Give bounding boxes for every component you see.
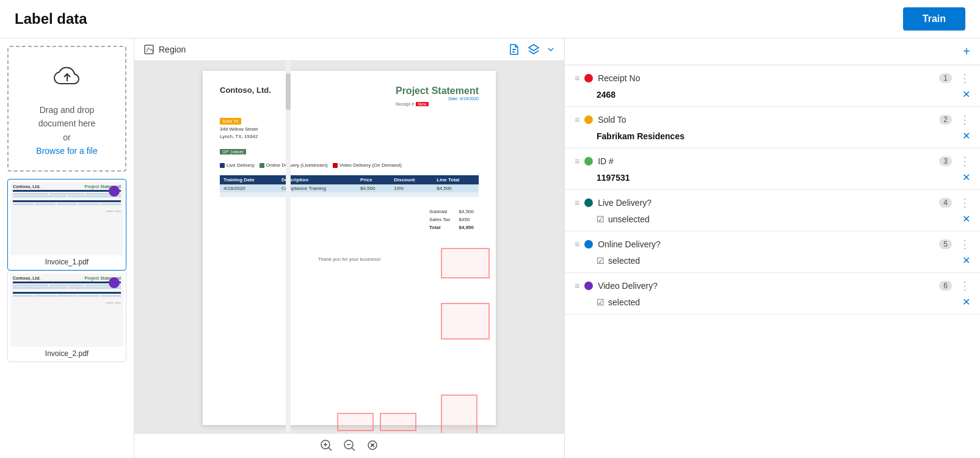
document-tag-icon[interactable] bbox=[508, 43, 520, 56]
drag-handle-icon[interactable]: ≡ bbox=[575, 73, 579, 83]
label-value-text: unselected bbox=[608, 214, 650, 224]
invoice-header: Contoso, Ltd. Project Statement Date: 4/… bbox=[220, 85, 479, 107]
svg-point-12 bbox=[371, 444, 374, 446]
label-delete-button[interactable]: ✕ bbox=[962, 89, 970, 100]
train-button[interactable]: Train bbox=[903, 7, 965, 31]
file-name: Invoice_2.pdf bbox=[10, 347, 123, 359]
label-name: Video Delivery? bbox=[598, 281, 934, 291]
company-name: Contoso, Ltd. bbox=[220, 85, 271, 95]
region-icon bbox=[144, 45, 154, 54]
label-count: 6 bbox=[939, 281, 952, 291]
live-delivery-checkbox bbox=[220, 163, 225, 168]
label-name: Online Delivery? bbox=[598, 239, 934, 249]
col-price: Price bbox=[357, 175, 390, 184]
video-delivery-checkbox bbox=[333, 163, 338, 168]
label-color-dot bbox=[584, 282, 593, 290]
label-color-dot bbox=[584, 74, 593, 82]
live-delivery-item: Live Delivery bbox=[220, 162, 255, 168]
delivery-row: Live Delivery Online Delivery (Livestrea… bbox=[220, 162, 479, 168]
label-more-button[interactable]: ⋮ bbox=[959, 71, 970, 85]
label-delete-button[interactable]: ✕ bbox=[962, 213, 970, 225]
label-more-button[interactable]: ⋮ bbox=[959, 154, 970, 168]
add-label-button[interactable]: + bbox=[963, 45, 970, 59]
label-header: ≡ Receipt No 1 ⋮ bbox=[575, 71, 970, 85]
page-title: Label data bbox=[15, 10, 87, 27]
doc-page: Contoso, Ltd. Project Statement Date: 4/… bbox=[203, 71, 496, 425]
sold-to-label: Sold To bbox=[220, 118, 241, 125]
salestax-row: Sales Tax $450 bbox=[426, 216, 477, 223]
total-row: Total $4,950 bbox=[426, 224, 477, 231]
thumb-dot bbox=[109, 186, 120, 197]
label-value-row: ☑ selected ✕ bbox=[575, 296, 970, 308]
label-color-dot bbox=[584, 157, 593, 165]
label-count: 2 bbox=[939, 115, 952, 125]
totals-table: Subtotal $4,500 Sales Tax $450 Total $4,… bbox=[424, 207, 479, 232]
label-color-dot bbox=[584, 240, 593, 249]
drop-zone-text: Drag and drop document here or bbox=[16, 103, 118, 144]
drag-handle-icon[interactable]: ≡ bbox=[575, 239, 579, 249]
thumb-dot bbox=[109, 277, 120, 288]
reset-zoom-button[interactable] bbox=[366, 438, 379, 455]
toolbar-left: Region bbox=[144, 45, 186, 54]
label-item-id-hash: ≡ ID # 3 ⋮ 1197531 ✕ bbox=[565, 148, 980, 190]
checkbox-icon: ☑ bbox=[597, 256, 604, 266]
svg-rect-3 bbox=[512, 51, 515, 53]
drag-handle-icon[interactable]: ≡ bbox=[575, 198, 579, 208]
invoice-title: Project Statement bbox=[396, 85, 479, 96]
svg-rect-2 bbox=[512, 49, 516, 50]
file-thumbnail[interactable]: Contoso, Ltd. Project Statement Invoice_… bbox=[7, 179, 126, 271]
label-more-button[interactable]: ⋮ bbox=[959, 196, 970, 209]
label-color-dot bbox=[584, 198, 593, 207]
label-delete-button[interactable]: ✕ bbox=[962, 296, 970, 308]
highlight-box-4 bbox=[380, 413, 416, 431]
label-name: Receipt No bbox=[598, 73, 934, 83]
label-value-text: selected bbox=[608, 256, 640, 266]
drag-handle-icon[interactable]: ≡ bbox=[575, 156, 579, 166]
mini-invoice: Contoso, Ltd. Project Statement bbox=[10, 274, 123, 306]
drag-handle-icon[interactable]: ≡ bbox=[575, 115, 579, 125]
label-name: Sold To bbox=[598, 115, 934, 125]
invoice-meta: Date: 4/19/2020 Receipt #: New bbox=[396, 96, 479, 106]
svg-line-5 bbox=[328, 448, 332, 451]
labels-list: ≡ Receipt No 1 ⋮ 2468 ✕ ≡ Sold To 2 ⋮ Fa… bbox=[565, 65, 980, 314]
toolbar-right[interactable] bbox=[508, 43, 554, 56]
highlight-box-2 bbox=[441, 303, 490, 340]
thumb-preview: Contoso, Ltd. Project Statement bbox=[10, 274, 123, 347]
highlight-box-3 bbox=[337, 413, 374, 431]
label-item-sold-to: ≡ Sold To 2 ⋮ Fabrikam Residences ✕ bbox=[565, 107, 980, 148]
label-delete-button[interactable]: ✕ bbox=[962, 130, 970, 142]
browse-link[interactable]: Browse for a file bbox=[36, 146, 97, 156]
label-delete-button[interactable]: ✕ bbox=[962, 255, 970, 266]
drop-zone[interactable]: Drag and drop document here or Browse fo… bbox=[7, 46, 126, 172]
labels-header: + bbox=[565, 38, 980, 65]
gp-section: GP: [value] bbox=[220, 145, 479, 155]
label-count: 3 bbox=[939, 156, 952, 166]
svg-line-9 bbox=[352, 448, 355, 451]
layers-icon[interactable] bbox=[528, 43, 540, 56]
label-checkbox-value: ☑ unselected bbox=[597, 214, 650, 224]
checkbox-icon: ☑ bbox=[597, 297, 604, 307]
doc-panel: Region bbox=[134, 38, 565, 458]
label-item-live-delivery: ≡ Live Delivery? 4 ⋮ ☑ unselected ✕ bbox=[565, 190, 980, 231]
file-thumbnail[interactable]: Contoso, Ltd. Project Statement Invoice_… bbox=[7, 271, 126, 362]
label-more-button[interactable]: ⋮ bbox=[959, 238, 970, 251]
label-header: ≡ Sold To 2 ⋮ bbox=[575, 113, 970, 126]
doc-viewer[interactable]: Contoso, Ltd. Project Statement Date: 4/… bbox=[134, 61, 564, 433]
label-value-row: Fabrikam Residences ✕ bbox=[575, 130, 970, 142]
doc-toolbar: Region bbox=[134, 38, 564, 61]
label-more-button[interactable]: ⋮ bbox=[959, 279, 970, 293]
table-row-empty bbox=[220, 192, 479, 197]
chevron-down-icon[interactable] bbox=[547, 46, 554, 53]
sold-to-section: Sold To 348 Willow Street Lynch, TX, 193… bbox=[220, 115, 479, 140]
zoom-out-button[interactable] bbox=[343, 438, 356, 455]
label-delete-button[interactable]: ✕ bbox=[962, 172, 970, 183]
label-count: 4 bbox=[939, 198, 952, 208]
label-more-button[interactable]: ⋮ bbox=[959, 113, 970, 126]
online-delivery-checkbox bbox=[260, 163, 264, 168]
zoom-in-button[interactable] bbox=[319, 438, 333, 455]
highlight-box-5 bbox=[441, 394, 477, 433]
label-checkbox-value: ☑ selected bbox=[597, 256, 640, 266]
doc-bottom-toolbar bbox=[134, 433, 564, 458]
label-count: 5 bbox=[939, 239, 952, 249]
drag-handle-icon[interactable]: ≡ bbox=[575, 281, 579, 291]
